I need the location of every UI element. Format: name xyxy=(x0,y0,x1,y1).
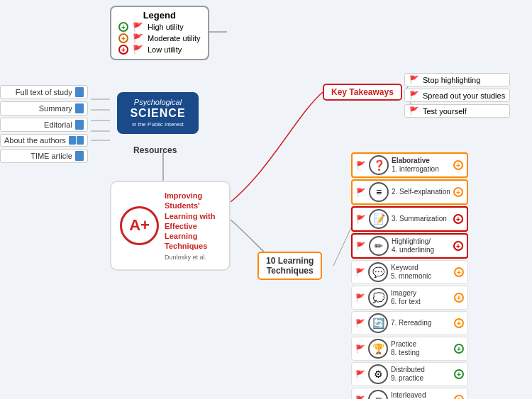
tech6-expand[interactable]: + xyxy=(454,293,464,303)
test-flag: 🚩 xyxy=(409,106,419,116)
tech5-icon: 💬 xyxy=(368,262,388,282)
technique-10[interactable]: 🚩 ▦ Interleaved10. practice + xyxy=(351,388,468,399)
low-utility-expand[interactable]: + xyxy=(118,45,128,55)
authors-icons xyxy=(69,136,84,145)
tech9-icon: ⚙ xyxy=(368,364,388,384)
technique-7[interactable]: 🚩 🔄 7. Rereading + xyxy=(351,311,468,335)
high-flag-icon: 🚩 xyxy=(133,22,143,32)
low-flag-icon: 🚩 xyxy=(133,45,143,55)
tech8-text: Practice8. testing xyxy=(391,340,451,357)
resources-links: Full text of study Summary Editorial Abo… xyxy=(0,85,88,163)
high-utility-expand[interactable]: + xyxy=(118,22,128,32)
psych-resources-label: Resources xyxy=(133,145,177,155)
author-icon2 xyxy=(77,136,84,145)
takeaway-3-label: Test yourself xyxy=(423,107,467,116)
technique-2[interactable]: 🚩 ≡ 2. Self-explanation + xyxy=(351,179,468,205)
full-text-link[interactable]: Full text of study xyxy=(0,85,88,99)
legend-title: Legend xyxy=(118,10,201,21)
tech7-expand[interactable]: + xyxy=(454,318,464,328)
tech2-expand[interactable]: + xyxy=(453,187,463,197)
techniques-list: 🚩 ❓ Elaborative1. interrogation + 🚩 ≡ 2.… xyxy=(351,152,468,399)
authors-link[interactable]: About the authors xyxy=(0,134,88,147)
main-node-author: Dunlosky et al. xyxy=(165,254,221,261)
tech9-flag: 🚩 xyxy=(355,370,365,379)
learning-line2: Techniques xyxy=(266,266,314,276)
tech7-text: 7. Rereading xyxy=(391,319,451,327)
tech1-expand[interactable]: + xyxy=(453,160,463,170)
tech10-expand[interactable]: + xyxy=(454,395,464,399)
psych-title: Psychological xyxy=(123,98,193,107)
psych-science: SCIENCE xyxy=(123,107,193,120)
author-icon1 xyxy=(69,136,76,145)
grade-circle: A+ xyxy=(120,206,159,245)
editorial-icon xyxy=(75,120,84,130)
technique-6[interactable]: 🚩 💭 Imagery6. for text + xyxy=(351,286,468,310)
full-text-icon xyxy=(75,87,84,97)
tech3-flag: 🚩 xyxy=(356,215,366,224)
tech3-expand[interactable]: + xyxy=(453,214,463,224)
summary-icon xyxy=(75,103,84,113)
moderate-utility-label: Moderate utility xyxy=(148,34,201,43)
tech3-text: 3. Summarization xyxy=(392,215,450,223)
tech9-expand[interactable]: + xyxy=(454,369,464,379)
tech7-flag: 🚩 xyxy=(355,319,365,328)
tech4-flag: 🚩 xyxy=(356,242,366,251)
main-node: A+ Improving Students' Learning with Eff… xyxy=(110,181,231,271)
learning-techniques-label: 10 Learning Techniques xyxy=(257,252,322,280)
takeaway-spread-studies: 🚩 Spread out your studies xyxy=(404,89,510,102)
tech3-icon: 📝 xyxy=(369,209,389,229)
moderate-flag-icon: 🚩 xyxy=(133,33,143,43)
time-label: TIME article xyxy=(31,152,72,160)
spread-flag: 🚩 xyxy=(409,91,419,100)
low-utility-label: Low utility xyxy=(148,45,182,54)
legend-item-high: + 🚩 High utility xyxy=(118,22,201,32)
time-link[interactable]: TIME article xyxy=(0,149,88,163)
tech6-text: Imagery6. for text xyxy=(391,289,451,306)
high-utility-label: High utility xyxy=(148,23,184,31)
tech5-expand[interactable]: + xyxy=(454,267,464,277)
moderate-utility-expand[interactable]: + xyxy=(118,33,128,43)
tech4-icon: ✏ xyxy=(369,236,389,256)
editorial-link[interactable]: Editorial xyxy=(0,118,88,132)
takeaway-1-label: Stop highlighting xyxy=(423,76,480,84)
technique-5[interactable]: 🚩 💬 Keyword5. mnemonic + xyxy=(351,260,468,284)
technique-4[interactable]: 🚩 ✏ Highlighting/4. underlining + xyxy=(351,233,468,259)
tech10-text: Interleaved10. practice xyxy=(391,391,451,399)
tech1-flag: 🚩 xyxy=(356,161,366,170)
summary-link[interactable]: Summary xyxy=(0,101,88,116)
tech8-expand[interactable]: + xyxy=(454,344,464,354)
legend-box: Legend + 🚩 High utility + 🚩 Moderate uti… xyxy=(110,6,209,60)
takeaway-test-yourself: 🚩 Test yourself xyxy=(404,104,510,118)
stop-flag: 🚩 xyxy=(409,75,419,84)
main-node-title: Improving Students' Learning with Effect… xyxy=(165,191,221,252)
tech9-text: Distributed9. practice xyxy=(391,366,451,383)
time-icon xyxy=(75,151,84,161)
tech8-flag: 🚩 xyxy=(355,344,365,354)
summary-label: Summary xyxy=(39,104,72,113)
tech6-flag: 🚩 xyxy=(355,293,365,303)
learning-line1: 10 Learning xyxy=(266,256,314,266)
tech6-icon: 💭 xyxy=(368,288,388,308)
grade-text: A+ xyxy=(129,216,150,235)
full-text-label: Full text of study xyxy=(16,88,72,96)
tech10-icon: ▦ xyxy=(368,390,388,399)
tech4-expand[interactable]: + xyxy=(453,241,463,251)
technique-3[interactable]: 🚩 📝 3. Summarization + xyxy=(351,206,468,232)
takeaway-stop-highlighting: 🚩 Stop highlighting xyxy=(404,73,510,86)
technique-8[interactable]: 🚩 🏆 Practice8. testing + xyxy=(351,337,468,361)
tech10-flag: 🚩 xyxy=(355,395,365,400)
technique-9[interactable]: 🚩 ⚙ Distributed9. practice + xyxy=(351,362,468,386)
tech1-text: Elaborative1. interrogation xyxy=(392,157,450,174)
technique-1[interactable]: 🚩 ❓ Elaborative1. interrogation + xyxy=(351,152,468,178)
tech5-text: Keyword5. mnemonic xyxy=(391,264,451,281)
editorial-label: Editorial xyxy=(44,120,72,129)
tech8-icon: 🏆 xyxy=(368,339,388,359)
tech2-text: 2. Self-explanation xyxy=(392,188,450,196)
legend-item-moderate: + 🚩 Moderate utility xyxy=(118,33,201,43)
tech1-icon: ❓ xyxy=(369,155,389,175)
psych-science-box[interactable]: Psychological SCIENCE in the Public Inte… xyxy=(117,92,199,134)
takeaways-list: 🚩 Stop highlighting 🚩 Spread out your st… xyxy=(404,73,510,118)
key-takeaways-label: Key Takeaways xyxy=(323,84,402,101)
legend-item-low: + 🚩 Low utility xyxy=(118,45,201,55)
tech2-icon: ≡ xyxy=(369,182,389,202)
